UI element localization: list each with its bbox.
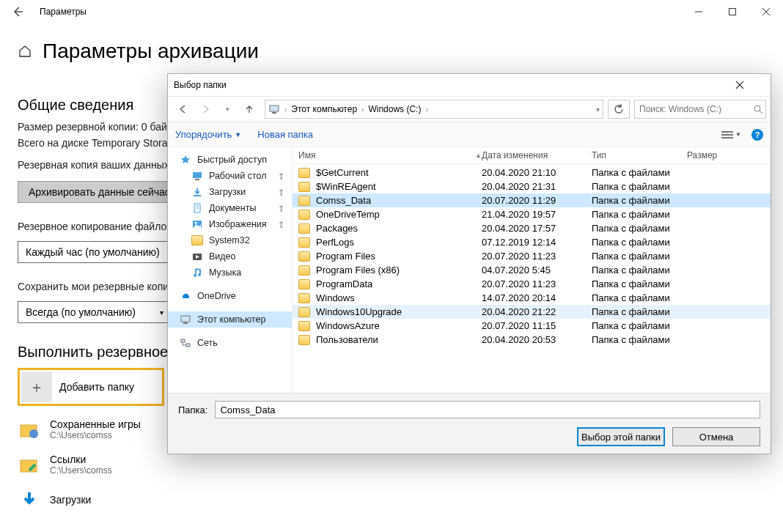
file-row[interactable]: Windows10Upgrade 20.04.2020 21:22 Папка …: [293, 305, 771, 319]
minimize-button[interactable]: [682, 0, 716, 23]
nav-back-button[interactable]: [172, 99, 194, 119]
file-date: 20.07.2020 11:23: [482, 278, 592, 289]
new-folder-button[interactable]: Новая папка: [257, 129, 313, 140]
column-type[interactable]: Тип: [592, 150, 687, 160]
file-type: Папка с файлами: [592, 167, 687, 178]
breadcrumb-item[interactable]: Этот компьютер: [291, 104, 357, 114]
tree-item[interactable]: Музыка: [168, 265, 292, 281]
cancel-button[interactable]: Отмена: [672, 427, 760, 446]
file-row[interactable]: PerfLogs 07.12.2019 12:14 Папка с файлам…: [293, 235, 771, 249]
tree-item[interactable]: OneDrive: [168, 288, 292, 304]
file-row[interactable]: Comss_Data 20.07.2020 11:29 Папка с файл…: [293, 193, 771, 207]
tree-item[interactable]: Рабочий стол: [168, 168, 292, 184]
column-size[interactable]: Размер: [687, 150, 738, 160]
svg-rect-10: [721, 134, 733, 136]
svg-rect-1: [729, 9, 736, 15]
keep-backups-dropdown[interactable]: Всегда (по умолчанию) ▾: [18, 301, 172, 323]
back-button[interactable]: [0, 6, 35, 18]
tree-item-label: Сеть: [197, 338, 218, 348]
svg-rect-13: [195, 179, 199, 180]
backup-frequency-dropdown[interactable]: Каждый час (по умолчанию) ▾: [18, 241, 180, 263]
file-name: Program Files: [316, 251, 375, 262]
file-date: 20.07.2020 11:23: [482, 251, 592, 262]
tree-item[interactable]: System32: [168, 232, 292, 248]
tree-item-label: Этот компьютер: [197, 314, 265, 325]
address-bar[interactable]: › Этот компьютер › Windows (C:) › ▾: [265, 100, 603, 119]
folder-name-input[interactable]: [215, 401, 760, 418]
nav-recent-button[interactable]: ▾: [216, 99, 238, 119]
backup-now-button[interactable]: Архивировать данные сейчас: [18, 181, 181, 203]
file-date: 20.04.2020 20:53: [482, 334, 592, 345]
folder-icon: [298, 237, 310, 248]
tree-item[interactable]: Быстрый доступ: [168, 152, 292, 168]
file-type: Папка с файлами: [592, 265, 687, 276]
file-date: 20.07.2020 11:29: [482, 195, 592, 206]
tree-item[interactable]: Загрузки: [168, 184, 292, 200]
file-row[interactable]: Program Files (x86) 04.07.2020 5:45 Папк…: [293, 263, 771, 277]
svg-rect-9: [721, 131, 733, 133]
star-icon: [180, 154, 191, 166]
select-folder-button[interactable]: Выбор этой папки: [577, 427, 665, 446]
search-input[interactable]: [639, 104, 749, 114]
folder-path: C:\Users\comss: [50, 465, 112, 476]
search-box[interactable]: [634, 100, 766, 119]
file-type: Папка с файлами: [592, 237, 687, 248]
file-type: Папка с файлами: [592, 292, 687, 303]
svg-point-19: [195, 222, 197, 224]
folder-icon: [298, 265, 310, 276]
folder-icon: [18, 488, 41, 511]
nav-forward-button[interactable]: [194, 99, 216, 119]
organize-menu[interactable]: Упорядочить ▼: [175, 129, 241, 140]
image-icon: [191, 218, 203, 230]
file-type: Папка с файлами: [592, 251, 687, 262]
file-row[interactable]: $WinREAgent 20.04.2020 21:31 Папка с фай…: [293, 180, 771, 193]
pin-icon: [278, 205, 284, 212]
dialog-close-button[interactable]: [735, 81, 765, 89]
home-icon[interactable]: [18, 44, 32, 59]
svg-rect-25: [181, 339, 185, 342]
file-row[interactable]: OneDriveTemp 21.04.2020 19:57 Папка с фа…: [293, 207, 771, 221]
file-name: ProgramData: [316, 278, 372, 289]
tree-item-label: OneDrive: [197, 291, 236, 301]
page-title: Параметры архивации: [43, 40, 259, 63]
file-row[interactable]: WindowsAzure 20.07.2020 11:15 Папка с фа…: [293, 319, 771, 333]
file-name: Comss_Data: [316, 195, 371, 206]
folder-entry[interactable]: Загрузки: [18, 488, 765, 511]
view-options-button[interactable]: ▼: [721, 130, 741, 139]
dialog-main: Быстрый доступ Рабочий стол Загрузки Док…: [168, 147, 771, 393]
tree-item[interactable]: Изображения: [168, 216, 292, 232]
column-date[interactable]: Дата изменения: [482, 150, 592, 160]
svg-point-3: [29, 429, 38, 438]
pin-icon: [278, 173, 284, 180]
file-row[interactable]: ProgramData 20.07.2020 11:23 Папка с фай…: [293, 277, 771, 291]
file-name: Packages: [316, 223, 358, 234]
column-name[interactable]: Имя▲: [298, 150, 482, 160]
folder-entry[interactable]: Ссылки C:\Users\comss: [18, 453, 765, 476]
folder-icon: [298, 307, 310, 317]
breadcrumb-item[interactable]: Windows (C:): [368, 104, 421, 114]
refresh-button[interactable]: [608, 100, 630, 119]
file-row[interactable]: Windows 14.07.2020 20:14 Папка с файлами: [293, 291, 771, 305]
tree-item[interactable]: Документы: [168, 200, 292, 216]
file-row[interactable]: $GetCurrent 20.04.2020 21:10 Папка с фай…: [293, 166, 771, 180]
plus-icon: ＋: [21, 372, 52, 402]
file-row[interactable]: Пользователи 20.04.2020 20:53 Папка с фа…: [293, 333, 771, 347]
chevron-down-icon[interactable]: ▾: [596, 106, 600, 114]
maximize-button[interactable]: [716, 0, 749, 23]
file-row[interactable]: Program Files 20.07.2020 11:23 Папка с ф…: [293, 249, 771, 263]
file-name: $GetCurrent: [316, 167, 369, 178]
file-name: PerfLogs: [316, 237, 354, 248]
nav-up-button[interactable]: [238, 99, 260, 119]
svg-point-21: [194, 274, 196, 277]
tree-item[interactable]: Этот компьютер: [168, 311, 292, 328]
help-icon[interactable]: ?: [751, 129, 763, 141]
keep-backups-value: Всегда (по умолчанию): [26, 306, 136, 318]
tree-item[interactable]: Сеть: [168, 335, 292, 351]
close-button[interactable]: [749, 0, 783, 23]
pc-icon: [180, 314, 191, 325]
file-name: $WinREAgent: [316, 181, 376, 192]
file-row[interactable]: Packages 20.04.2020 17:57 Папка с файлам…: [293, 221, 771, 235]
add-folder-button[interactable]: ＋ Добавить папку: [18, 368, 164, 406]
tree-item[interactable]: Видео: [168, 248, 292, 265]
file-name: OneDriveTemp: [316, 209, 380, 220]
